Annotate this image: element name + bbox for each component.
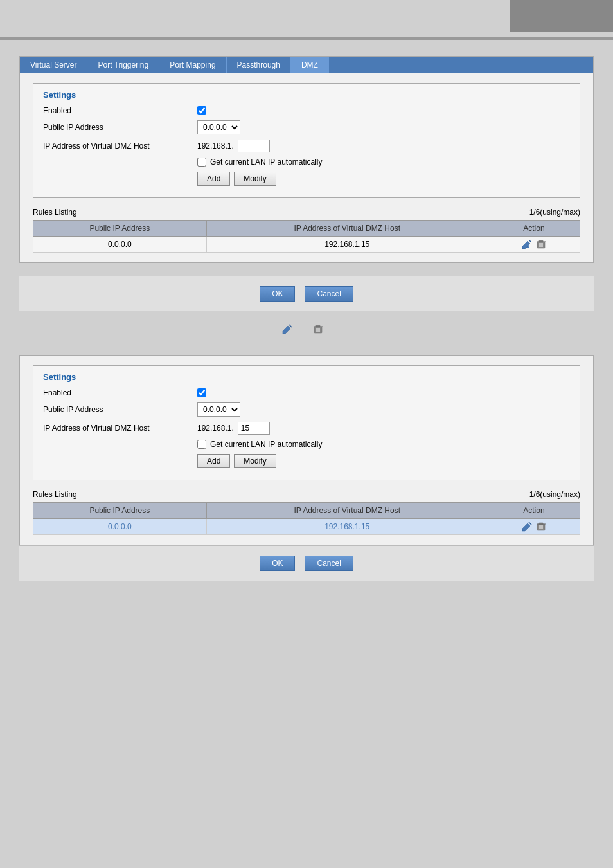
rules-table-2: Public IP Address IP Address of Virtual …: [33, 502, 580, 535]
rules-header-1: Rules Listing 1/6(using/max): [33, 208, 580, 217]
add-button-2[interactable]: Add: [197, 454, 230, 468]
add-button-1[interactable]: Add: [197, 172, 230, 186]
middle-icons-section: [19, 311, 594, 355]
get-lan-checkbox-1[interactable]: [197, 158, 206, 167]
public-ip-control-2: 0.0.0.0: [197, 402, 570, 417]
add-modify-control-1: Add Modify: [197, 172, 570, 186]
row-virtual-dmz-1: 192.168.1.15: [206, 237, 488, 253]
settings-title-2: Settings: [43, 372, 570, 382]
virtual-dmz-row-2: IP Address of Virtual DMZ Host 192.168.1…: [43, 422, 570, 435]
add-modify-control-2: Add Modify: [197, 454, 570, 468]
get-lan-control-2: Get current LAN IP automatically: [197, 440, 570, 449]
public-ip-control-1: 0.0.0.0: [197, 120, 570, 134]
delete-icon-1[interactable]: [535, 239, 547, 249]
rules-listing-label-2: Rules Listing: [33, 490, 77, 499]
virtual-dmz-control-1: 192.168.1.: [197, 140, 570, 152]
public-ip-select-1[interactable]: 0.0.0.0: [197, 120, 240, 134]
enabled-checkbox-2[interactable]: [197, 388, 206, 397]
action-icons-2: [495, 521, 573, 532]
enabled-control-2: [197, 388, 570, 397]
get-lan-row-2: Get current LAN IP automatically: [43, 440, 570, 449]
enabled-label-1: Enabled: [43, 106, 197, 115]
col-public-ip-2: Public IP Address: [33, 503, 207, 519]
col-virtual-dmz-1: IP Address of Virtual DMZ Host: [206, 221, 488, 237]
enabled-control-1: [197, 106, 570, 115]
col-public-ip-1: Public IP Address: [33, 221, 207, 237]
row-action-1: [488, 237, 580, 253]
public-ip-select-2[interactable]: 0.0.0.0: [197, 402, 240, 417]
enabled-row-1: Enabled: [43, 106, 570, 115]
main-content: Virtual Server Port Triggering Port Mapp…: [0, 43, 613, 593]
ip-suffix-input-2[interactable]: [238, 422, 270, 435]
public-ip-row-2: Public IP Address 0.0.0.0: [43, 402, 570, 417]
get-lan-control-1: Get current LAN IP automatically: [197, 158, 570, 167]
enabled-row-2: Enabled: [43, 388, 570, 397]
row-virtual-dmz-2: 192.168.1.15: [206, 519, 488, 535]
virtual-dmz-control-2: 192.168.1.: [197, 422, 570, 435]
rules-header-2: Rules Listing 1/6(using/max): [33, 490, 580, 499]
get-lan-text-2: Get current LAN IP automatically: [210, 440, 323, 449]
rules-count-2: 1/6(using/max): [529, 490, 580, 499]
table-row: 0.0.0.0 192.168.1.15: [33, 519, 580, 535]
col-action-2: Action: [488, 503, 580, 519]
separator: [0, 39, 613, 40]
rules-count-1: 1/6(using/max): [529, 208, 580, 217]
row-public-ip-1: 0.0.0.0: [33, 237, 207, 253]
top-header: [0, 0, 613, 39]
header-accent: [510, 0, 613, 32]
get-lan-row-1: Get current LAN IP automatically: [43, 158, 570, 167]
settings-section-1: Settings Enabled Public IP Address: [33, 83, 580, 198]
public-ip-label-2: Public IP Address: [43, 405, 197, 414]
add-modify-row-2: Add Modify: [43, 454, 570, 468]
col-virtual-dmz-2: IP Address of Virtual DMZ Host: [206, 503, 488, 519]
add-modify-row-1: Add Modify: [43, 172, 570, 186]
page-wrapper: Virtual Server Port Triggering Port Mapp…: [0, 0, 613, 593]
tabs-row: Virtual Server Port Triggering Port Mapp…: [20, 57, 593, 73]
rules-table-1: Public IP Address IP Address of Virtual …: [33, 220, 580, 253]
middle-delete-icon[interactable]: [313, 324, 331, 342]
tab-virtual-server[interactable]: Virtual Server: [20, 57, 87, 73]
edit-icon-1[interactable]: [521, 239, 533, 249]
ip-prefix-1: 192.168.1.: [197, 141, 234, 150]
rules-listing-label-1: Rules Listing: [33, 208, 77, 217]
middle-edit-icon[interactable]: [282, 324, 300, 342]
tab-dmz[interactable]: DMZ: [291, 57, 329, 73]
bottom-buttons-2: OK Cancel: [19, 545, 594, 581]
enabled-checkbox-1[interactable]: [197, 106, 206, 115]
panel-2-body: Settings Enabled Public IP Address: [20, 356, 593, 545]
panel-2: Settings Enabled Public IP Address: [19, 355, 594, 545]
table-row: 0.0.0.0 192.168.1.15: [33, 237, 580, 253]
settings-title-1: Settings: [43, 90, 570, 100]
tab-port-mapping[interactable]: Port Mapping: [159, 57, 226, 73]
rules-table-header-2: Public IP Address IP Address of Virtual …: [33, 503, 580, 519]
modify-button-1[interactable]: Modify: [234, 172, 276, 186]
panel-1-body: Settings Enabled Public IP Address: [20, 73, 593, 262]
cancel-button-1[interactable]: Cancel: [305, 286, 353, 302]
tab-passthrough[interactable]: Passthrough: [227, 57, 291, 73]
panel-1: Virtual Server Port Triggering Port Mapp…: [19, 56, 594, 263]
edit-icon-2[interactable]: [521, 521, 533, 532]
rules-table-header-1: Public IP Address IP Address of Virtual …: [33, 221, 580, 237]
get-lan-text-1: Get current LAN IP automatically: [210, 158, 323, 167]
modify-button-2[interactable]: Modify: [234, 454, 276, 468]
virtual-dmz-row-1: IP Address of Virtual DMZ Host 192.168.1…: [43, 140, 570, 152]
delete-icon-2[interactable]: [535, 521, 547, 532]
cancel-button-2[interactable]: Cancel: [305, 556, 353, 571]
ok-button-2[interactable]: OK: [260, 556, 295, 571]
virtual-dmz-label-2: IP Address of Virtual DMZ Host: [43, 424, 197, 433]
tab-port-triggering[interactable]: Port Triggering: [87, 57, 159, 73]
settings-section-2: Settings Enabled Public IP Address: [33, 365, 580, 480]
row-action-2: [488, 519, 580, 535]
virtual-dmz-label-1: IP Address of Virtual DMZ Host: [43, 141, 197, 150]
row-public-ip-2: 0.0.0.0: [33, 519, 207, 535]
action-icons-1: [495, 239, 573, 249]
get-lan-checkbox-2[interactable]: [197, 440, 206, 449]
ip-suffix-input-1[interactable]: [238, 140, 270, 152]
public-ip-row-1: Public IP Address 0.0.0.0: [43, 120, 570, 134]
ip-prefix-2: 192.168.1.: [197, 424, 234, 433]
col-action-1: Action: [488, 221, 580, 237]
bottom-buttons-1: OK Cancel: [19, 276, 594, 311]
enabled-label-2: Enabled: [43, 388, 197, 397]
public-ip-label-1: Public IP Address: [43, 123, 197, 132]
ok-button-1[interactable]: OK: [260, 286, 295, 302]
